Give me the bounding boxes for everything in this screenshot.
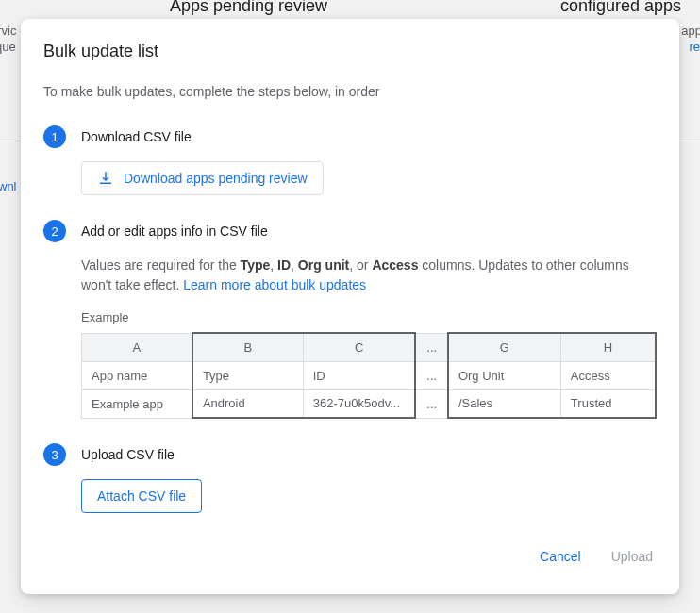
example-table: A B C ... G H App name Type ID ... Org U… [81,332,657,419]
table-cell: 362-7u0k5odv... [303,389,415,418]
table-cell: Android [192,389,303,418]
modal-intro: To make bulk updates, complete the steps… [43,84,657,99]
download-icon [97,170,114,187]
attach-csv-button-label: Attach CSV file [97,489,186,504]
bulk-update-modal: Bulk update list To make bulk updates, c… [21,19,679,594]
col-header: G [448,333,560,361]
col-header: H [560,333,656,361]
step-1: 1 Download CSV file Download apps pendin… [43,125,657,195]
table-cell: Access [560,361,656,389]
table-cell: Org Unit [448,361,560,389]
table-cell: /Sales [448,389,560,418]
step-1-title: Download CSV file [81,125,657,148]
modal-title: Bulk update list [43,41,657,61]
table-cell: ... [415,389,447,418]
step-3-title: Upload CSV file [81,443,657,466]
attach-csv-button[interactable]: Attach CSV file [81,479,202,513]
example-label: Example [81,310,657,324]
modal-footer: Cancel Upload [43,532,657,572]
col-header: ... [415,333,447,361]
table-header-row: A B C ... G H [82,333,657,361]
table-cell: ... [415,361,447,389]
step-number-badge: 2 [43,220,66,242]
download-csv-button-label: Download apps pending review [124,171,308,186]
step-2-description: Values are required for the Type, ID, Or… [81,256,657,295]
step-3: 3 Upload CSV file Attach CSV file [43,443,657,513]
table-row: App name Type ID ... Org Unit Access [82,361,657,389]
step-number-badge: 3 [43,443,66,466]
cancel-button[interactable]: Cancel [536,541,585,572]
col-header: B [192,333,303,361]
download-csv-button[interactable]: Download apps pending review [81,161,324,195]
col-header: A [82,333,192,361]
table-row: Example app Android 362-7u0k5odv... ... … [82,389,657,418]
step-number-badge: 1 [43,125,66,148]
learn-more-link[interactable]: Learn more about bulk updates [183,277,366,292]
step-2-title: Add or edit apps info in CSV file [81,220,657,242]
step-2: 2 Add or edit apps info in CSV file Valu… [43,220,657,419]
upload-button[interactable]: Upload [608,541,657,572]
table-cell: Type [192,361,303,389]
table-cell: ID [303,361,415,389]
table-cell: Trusted [560,389,656,418]
col-header: C [303,333,415,361]
table-cell: Example app [82,389,192,418]
table-cell: App name [82,361,192,389]
